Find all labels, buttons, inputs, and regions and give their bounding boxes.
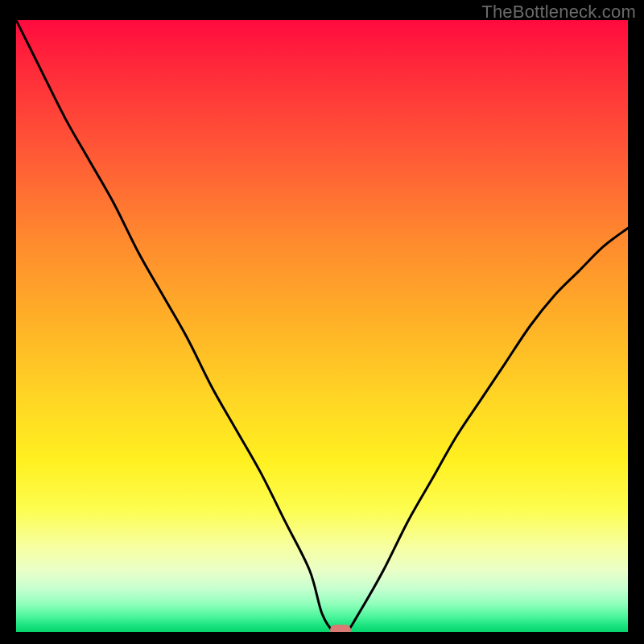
curve-svg <box>16 20 628 632</box>
watermark-text: TheBottleneck.com <box>481 2 636 23</box>
chart-frame: TheBottleneck.com <box>0 0 644 644</box>
optimal-marker <box>330 625 351 632</box>
plot-area <box>16 20 628 632</box>
bottleneck-curve <box>16 20 628 632</box>
